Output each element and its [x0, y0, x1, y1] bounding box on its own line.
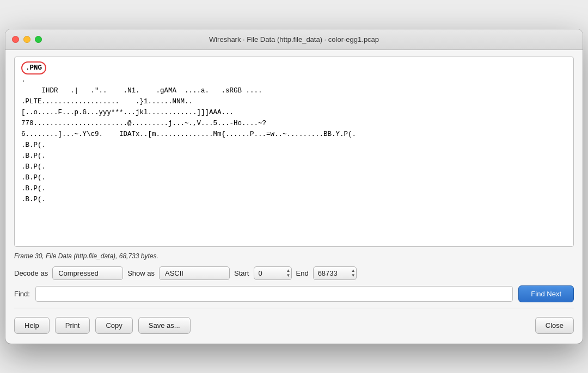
end-down-arrow[interactable]: ▼ — [351, 273, 356, 279]
main-window: Wireshark · File Data (http.file_data) ·… — [5, 29, 583, 344]
end-label: End — [296, 269, 309, 277]
find-next-button[interactable]: Find Next — [518, 285, 574, 302]
print-button[interactable]: Print — [55, 317, 90, 334]
show-as-wrapper: ASCII EBCDIC Hex Dump C Arrays Raw — [159, 266, 230, 280]
status-text: Frame 30, File Data (http.file_data), 68… — [14, 251, 574, 261]
data-line-11: .B.P(. — [21, 183, 567, 194]
data-line-7: .B.P(. — [21, 140, 567, 151]
content-area: .PNG . IHDR .| .".. .N1. .gAMA ....a. .s… — [5, 50, 583, 344]
data-line-10: .B.P(. — [21, 172, 567, 183]
data-line-3: .PLTE................... .}1......NNM.. — [21, 96, 567, 107]
data-line-2: IHDR .| .".. .N1. .gAMA ....a. .sRGB ...… — [21, 85, 567, 96]
data-line-12: .B.P(. — [21, 194, 567, 205]
data-line-9: .B.P(. — [21, 161, 567, 172]
data-line-5: 778.......................@.........j...… — [21, 118, 567, 129]
decode-as-wrapper: Compressed Uncompressed — [52, 266, 123, 280]
start-down-arrow[interactable]: ▼ — [286, 273, 291, 279]
right-buttons: Close — [535, 317, 574, 334]
close-traffic-light[interactable] — [12, 36, 19, 43]
data-line-6: 6........]...~.Y\c9. IDATx..[m..........… — [21, 129, 567, 140]
decode-as-select[interactable]: Compressed Uncompressed — [52, 266, 123, 280]
start-spinner-box: ▲ ▼ — [254, 266, 292, 280]
minimize-traffic-light[interactable] — [23, 36, 30, 43]
show-as-select[interactable]: ASCII EBCDIC Hex Dump C Arrays Raw — [159, 266, 230, 280]
divider — [14, 308, 574, 308]
end-input[interactable] — [313, 266, 357, 280]
copy-button[interactable]: Copy — [95, 317, 132, 334]
controls-row: Decode as Compressed Uncompressed Show a… — [14, 266, 574, 280]
close-button[interactable]: Close — [535, 317, 574, 334]
decode-as-label: Decode as — [14, 269, 48, 277]
save-as-button[interactable]: Save as... — [138, 317, 191, 334]
buttons-row: Help Print Copy Save as... Close — [14, 314, 574, 337]
find-input[interactable] — [35, 286, 513, 302]
start-up-arrow[interactable]: ▲ — [286, 268, 291, 273]
end-up-arrow[interactable]: ▲ — [351, 268, 356, 273]
data-display[interactable]: .PNG . IHDR .| .".. .N1. .gAMA ....a. .s… — [14, 57, 574, 247]
data-line-4: [..o.....F...p.G...yyy***...jkl.........… — [21, 107, 567, 118]
end-spinner-box: ▲ ▼ — [313, 266, 357, 280]
data-line-0: .PNG — [21, 61, 567, 74]
titlebar: Wireshark · File Data (http.file_data) ·… — [5, 29, 583, 50]
start-spinner-arrows[interactable]: ▲ ▼ — [286, 268, 291, 278]
png-highlight: .PNG — [21, 61, 46, 74]
data-line-8: .B.P(. — [21, 151, 567, 161]
data-line-1: . — [21, 74, 567, 85]
start-label: Start — [234, 269, 249, 277]
help-button[interactable]: Help — [14, 317, 50, 334]
window-title: Wireshark · File Data (http.file_data) ·… — [209, 35, 379, 43]
traffic-lights — [12, 36, 42, 43]
show-as-label: Show as — [127, 269, 155, 277]
find-label: Find: — [14, 290, 30, 298]
end-spinner-arrows[interactable]: ▲ ▼ — [351, 268, 356, 278]
maximize-traffic-light[interactable] — [35, 36, 42, 43]
find-row: Find: Find Next — [14, 285, 574, 302]
